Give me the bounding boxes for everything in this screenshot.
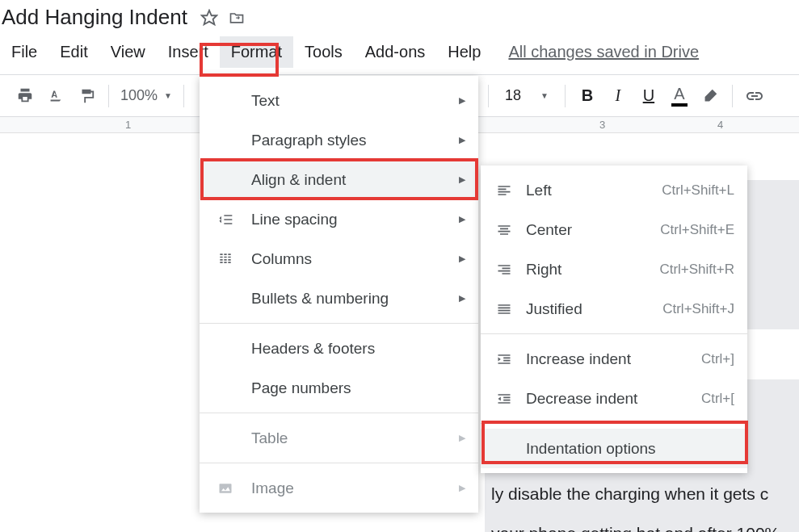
submenu-arrow-icon: ▶ [459, 95, 465, 106]
format-paragraph-styles[interactable]: Paragraph styles ▶ [200, 120, 478, 160]
format-page-numbers[interactable]: Page numbers [200, 368, 478, 408]
move-folder-icon[interactable] [227, 8, 246, 27]
format-line-spacing[interactable]: Line spacing ▶ [200, 199, 478, 239]
fontsize-selector[interactable]: 18▼ [495, 87, 558, 104]
decrease-indent-icon [494, 391, 515, 407]
image-icon [214, 480, 237, 496]
format-columns[interactable]: Columns ▶ [200, 239, 478, 279]
submenu-arrow-icon: ▶ [459, 293, 465, 304]
italic-button[interactable]: I [605, 83, 631, 109]
save-status[interactable]: All changes saved in Drive [508, 43, 699, 61]
line-spacing-icon [214, 212, 237, 228]
format-align-indent[interactable]: Align & indent ▶ [200, 160, 478, 199]
align-center[interactable]: Center Ctrl+Shift+E [481, 210, 747, 249]
menu-insert[interactable]: Insert [157, 36, 220, 68]
indentation-options[interactable]: Indentation options [481, 429, 747, 468]
print-icon[interactable] [12, 83, 38, 109]
increase-indent-icon [494, 351, 515, 367]
format-table: Table ▶ [200, 418, 478, 458]
underline-button[interactable]: U [636, 83, 662, 109]
svg-rect-1 [220, 484, 232, 493]
columns-icon [214, 251, 237, 267]
align-right-icon [494, 262, 515, 278]
align-justified[interactable]: Justified Ctrl+Shift+J [481, 289, 747, 329]
align-justify-icon [494, 301, 515, 317]
svg-marker-0 [202, 10, 217, 23]
star-icon[interactable] [200, 8, 219, 27]
align-left[interactable]: Left Ctrl+Shift+L [481, 170, 747, 210]
menu-view[interactable]: View [99, 36, 157, 68]
menu-format[interactable]: Format [220, 36, 293, 68]
submenu-arrow-icon: ▶ [459, 174, 465, 185]
spellcheck-icon[interactable] [43, 83, 69, 109]
align-indent-submenu: Left Ctrl+Shift+L Center Ctrl+Shift+E Ri… [481, 165, 747, 473]
zoom-selector[interactable]: 100%▼ [116, 87, 177, 104]
menu-edit[interactable]: Edit [48, 36, 99, 68]
menu-file[interactable]: File [0, 36, 48, 68]
menu-tools[interactable]: Tools [293, 36, 354, 68]
format-dropdown: Text ▶ Paragraph styles ▶ Align & indent… [200, 76, 478, 513]
decrease-indent[interactable]: Decrease indent Ctrl+[ [481, 379, 747, 418]
insert-link-icon[interactable] [742, 83, 767, 109]
submenu-arrow-icon: ▶ [459, 483, 465, 493]
document-title[interactable]: Add Hanging Indent [0, 5, 196, 30]
submenu-arrow-icon: ▶ [459, 214, 465, 224]
format-text[interactable]: Text ▶ [200, 81, 478, 120]
submenu-arrow-icon: ▶ [459, 253, 465, 264]
text-color-button[interactable]: A [667, 83, 692, 109]
format-bullets-numbering[interactable]: Bullets & numbering ▶ [200, 279, 478, 318]
submenu-arrow-icon: ▶ [459, 135, 465, 145]
submenu-arrow-icon: ▶ [459, 433, 465, 443]
align-center-icon [494, 222, 515, 238]
menu-addons[interactable]: Add-ons [354, 36, 437, 68]
bold-button[interactable]: B [574, 83, 600, 109]
increase-indent[interactable]: Increase indent Ctrl+] [481, 339, 747, 379]
menu-help[interactable]: Help [436, 36, 492, 68]
format-image: Image ▶ [200, 468, 478, 508]
highlight-button[interactable] [697, 83, 723, 109]
paint-format-icon[interactable] [74, 83, 99, 109]
align-left-icon [494, 182, 515, 199]
format-headers-footers[interactable]: Headers & footers [200, 329, 478, 368]
align-right[interactable]: Right Ctrl+Shift+R [481, 249, 747, 289]
